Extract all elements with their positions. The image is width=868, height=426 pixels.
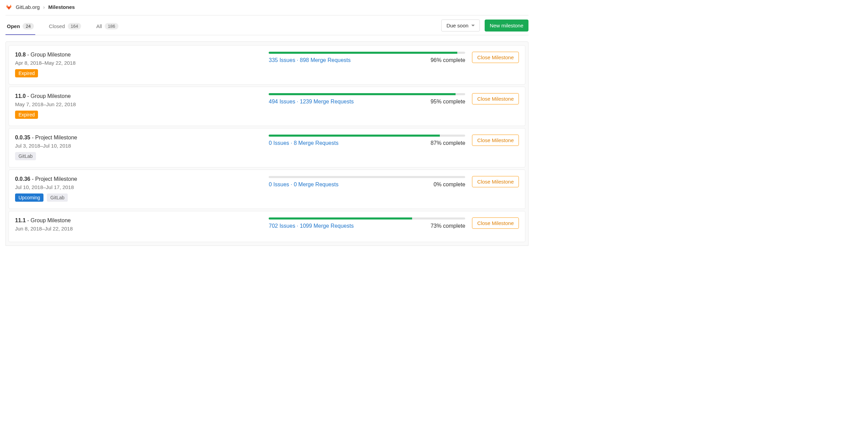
milestone-stats-links: 494 Issues · 1239 Merge Requests [269, 99, 354, 105]
tabs-row: Open 24 Closed 164 All 186 Due soon New … [5, 17, 528, 35]
progress-bar [269, 135, 465, 137]
milestone-name: 11.0 [15, 93, 26, 99]
progress-fill [269, 52, 457, 54]
gitlab-logo-icon [5, 3, 12, 10]
milestone-type: - Group Milestone [26, 217, 71, 223]
breadcrumb-org-link[interactable]: GitLab.org [16, 4, 40, 10]
milestone-stats-links: 0 Issues · 8 Merge Requests [269, 140, 339, 146]
progress-fill [269, 135, 439, 137]
percent-complete: 95% complete [431, 99, 465, 105]
issues-link[interactable]: 702 Issues [269, 223, 295, 229]
progress-bar [269, 176, 465, 178]
milestone-dates: May 7, 2018–Jun 22, 2018 [15, 101, 262, 107]
percent-complete: 0% complete [434, 181, 465, 188]
percent-complete: 73% complete [431, 223, 465, 229]
tab-all-label: All [96, 23, 102, 29]
milestone-type: - Project Milestone [30, 135, 77, 140]
milestone-type: - Group Milestone [26, 93, 71, 99]
label-expired: Expired [15, 69, 38, 77]
tab-open-count: 24 [23, 23, 34, 29]
milestone-row: 0.0.35 - Project MilestoneJul 3, 2018–Ju… [9, 128, 525, 167]
tab-all-count: 186 [105, 23, 118, 29]
chevron-right-icon: › [43, 4, 45, 10]
milestone-title[interactable]: 11.0 - Group Milestone [15, 93, 262, 99]
milestone-title[interactable]: 0.0.36 - Project Milestone [15, 176, 262, 182]
close-milestone-button[interactable]: Close Milestone [472, 52, 519, 63]
stats-separator: · [295, 99, 300, 104]
new-milestone-button[interactable]: New milestone [485, 20, 528, 32]
milestone-labels: Expired [15, 111, 262, 119]
stats-separator: · [289, 181, 294, 187]
issues-link[interactable]: 0 Issues [269, 140, 289, 146]
stats-separator: · [289, 140, 294, 146]
milestone-type: - Project Milestone [30, 176, 77, 182]
milestone-row: 0.0.36 - Project MilestoneJul 10, 2018–J… [9, 170, 525, 209]
milestone-dates: Jun 8, 2018–Jul 22, 2018 [15, 226, 262, 231]
divider [5, 15, 528, 15]
merge-requests-link[interactable]: 8 Merge Requests [294, 140, 339, 146]
tab-open-label: Open [7, 23, 20, 29]
close-milestone-button[interactable]: Close Milestone [472, 176, 519, 187]
breadcrumb: GitLab.org › Milestones [5, 0, 528, 15]
breadcrumb-current: Milestones [48, 4, 75, 10]
percent-complete: 96% complete [431, 57, 465, 63]
milestone-stats-links: 0 Issues · 0 Merge Requests [269, 181, 339, 188]
milestone-stats-links: 335 Issues · 898 Merge Requests [269, 57, 350, 63]
milestone-dates: Jul 10, 2018–Jul 17, 2018 [15, 184, 262, 190]
milestone-dates: Apr 8, 2018–May 22, 2018 [15, 60, 262, 66]
sort-dropdown-label: Due soon [446, 23, 468, 28]
milestones-list: 10.8 - Group MilestoneApr 8, 2018–May 22… [5, 41, 528, 246]
tab-closed[interactable]: Closed 164 [48, 17, 82, 35]
milestone-name: 10.8 [15, 52, 26, 58]
milestone-labels: UpcomingGitLab [15, 193, 262, 202]
stats-separator: · [295, 223, 300, 229]
progress-fill [269, 93, 455, 95]
label-upcoming: Upcoming [15, 193, 43, 202]
close-milestone-button[interactable]: Close Milestone [472, 217, 519, 229]
merge-requests-link[interactable]: 0 Merge Requests [294, 181, 339, 187]
progress-fill [269, 217, 412, 220]
milestone-labels: GitLab [15, 152, 262, 160]
merge-requests-link[interactable]: 898 Merge Requests [300, 57, 351, 63]
tab-closed-label: Closed [49, 23, 65, 29]
issues-link[interactable]: 335 Issues [269, 57, 295, 63]
milestone-name: 11.1 [15, 217, 26, 223]
label-gitlab: GitLab [15, 152, 36, 160]
progress-bar [269, 52, 465, 54]
sort-dropdown[interactable]: Due soon [441, 20, 480, 32]
milestone-name: 0.0.36 [15, 176, 30, 182]
tab-closed-count: 164 [68, 23, 81, 29]
milestone-stats-links: 702 Issues · 1099 Merge Requests [269, 223, 354, 229]
milestone-title[interactable]: 10.8 - Group Milestone [15, 52, 262, 58]
merge-requests-link[interactable]: 1099 Merge Requests [300, 223, 354, 229]
issues-link[interactable]: 0 Issues [269, 181, 289, 187]
tab-open[interactable]: Open 24 [5, 17, 35, 35]
milestone-row: 11.1 - Group MilestoneJun 8, 2018–Jul 22… [9, 211, 525, 242]
issues-link[interactable]: 494 Issues [269, 99, 295, 104]
milestone-name: 0.0.35 [15, 135, 30, 140]
milestone-dates: Jul 3, 2018–Jul 10, 2018 [15, 143, 262, 149]
label-expired: Expired [15, 111, 38, 119]
milestone-title[interactable]: 11.1 - Group Milestone [15, 217, 262, 224]
tab-all[interactable]: All 186 [95, 17, 119, 35]
milestone-title[interactable]: 0.0.35 - Project Milestone [15, 135, 262, 141]
close-milestone-button[interactable]: Close Milestone [472, 135, 519, 146]
label-gitlab: GitLab [47, 193, 68, 202]
stats-separator: · [295, 57, 300, 63]
percent-complete: 87% complete [431, 140, 465, 146]
chevron-down-icon [471, 25, 475, 26]
milestone-row: 11.0 - Group MilestoneMay 7, 2018–Jun 22… [9, 87, 525, 126]
milestone-labels: Expired [15, 69, 262, 77]
milestone-type: - Group Milestone [26, 52, 71, 58]
close-milestone-button[interactable]: Close Milestone [472, 93, 519, 104]
milestone-row: 10.8 - Group MilestoneApr 8, 2018–May 22… [9, 45, 525, 85]
progress-bar [269, 217, 465, 220]
progress-bar [269, 93, 465, 95]
merge-requests-link[interactable]: 1239 Merge Requests [300, 99, 354, 104]
